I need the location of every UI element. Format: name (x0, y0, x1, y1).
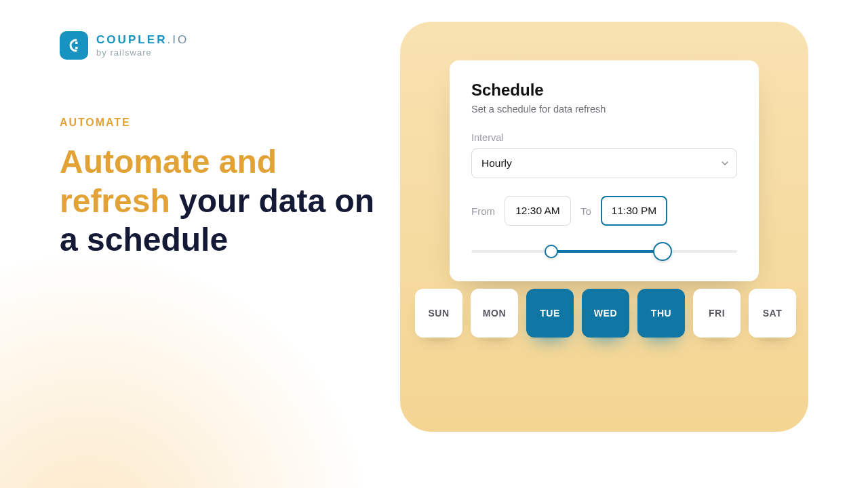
time-range-row: From 12:30 AM To 11:30 PM (471, 196, 737, 226)
to-time-input[interactable]: 11:30 PM (601, 196, 667, 226)
chevron-down-icon (722, 157, 728, 169)
day-sun[interactable]: SUN (415, 289, 462, 338)
from-label: From (471, 205, 495, 217)
section-eyebrow: AUTOMATE (60, 117, 131, 129)
panel-subtitle: Set a schedule for data refresh (471, 104, 737, 115)
slider-handle-start[interactable] (545, 245, 558, 258)
day-sat[interactable]: SAT (749, 289, 796, 338)
slider-handle-end[interactable] (653, 242, 672, 261)
svg-rect-1 (75, 47, 78, 49)
brand-tagline: by railsware (96, 47, 189, 58)
day-picker: SUNMONTUEWEDTHUFRISAT (415, 289, 793, 338)
time-range-slider[interactable] (471, 245, 737, 258)
interval-label: Interval (471, 132, 737, 143)
schedule-panel: Schedule Set a schedule for data refresh… (450, 60, 759, 281)
interval-value: Hourly (481, 157, 512, 169)
day-mon[interactable]: MON (471, 289, 518, 338)
to-label: To (580, 205, 591, 217)
interval-select[interactable]: Hourly (471, 148, 737, 178)
brand-logo: COUPLER.IO by railsware (60, 31, 189, 60)
svg-rect-0 (75, 42, 78, 45)
day-thu[interactable]: THU (637, 289, 685, 338)
page-headline: Automate and refresh your data on a sche… (60, 142, 378, 260)
schedule-stage: Schedule Set a schedule for data refresh… (400, 22, 808, 432)
brand-name: COUPLER.IO (96, 34, 189, 45)
brand-mark-icon (60, 31, 88, 60)
day-wed[interactable]: WED (582, 289, 629, 338)
from-time-input[interactable]: 12:30 AM (505, 196, 571, 226)
panel-title: Schedule (471, 81, 737, 100)
slider-range (551, 250, 663, 253)
day-fri[interactable]: FRI (693, 289, 741, 338)
day-tue[interactable]: TUE (526, 289, 574, 338)
